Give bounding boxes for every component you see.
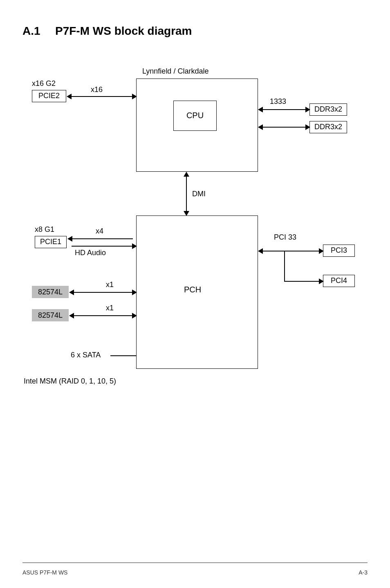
arrowhead-icon (69, 290, 74, 295)
pch-label: PCH (184, 285, 201, 294)
raid-note: Intel MSM (RAID 0, 1, 10, 5) (24, 377, 116, 386)
page-footer: ASUS P7F-M WS A-3 (22, 569, 368, 576)
arrowhead-icon (258, 107, 263, 112)
pcie2-box: PCIE2 (32, 90, 66, 102)
nic-b-link-label: x1 (106, 304, 114, 312)
arrowhead-icon (258, 248, 263, 254)
arrowhead-icon (132, 243, 137, 249)
pcie1-arrow-bot (72, 246, 133, 247)
arrowhead-icon (132, 313, 137, 319)
sata-line (110, 355, 136, 356)
arrowhead-icon (132, 290, 137, 295)
pcie1-lanes-label: x8 G1 (35, 225, 54, 234)
pci4-box: PCI4 (323, 275, 355, 287)
pci-main-arrow (261, 251, 320, 251)
pcie1-box: PCIE1 (35, 236, 67, 248)
ddr-a-arrow (261, 109, 306, 110)
footer-divider (22, 562, 368, 563)
pcie2-lanes-label: x16 G2 (32, 79, 56, 88)
pcie2-arrow (71, 96, 133, 97)
cpu-label: CPU (173, 101, 217, 131)
cpu-family-label: Lynnfield / Clarkdale (142, 67, 208, 76)
block-diagram: Lynnfield / Clarkdale CPU x16 G2 PCIE2 x… (22, 54, 368, 410)
pci3-box: PCI3 (323, 245, 355, 257)
nic-b-box: 82574L (32, 309, 69, 321)
ddr-b-box: DDR3x2 (309, 121, 347, 133)
section-number: A.1 (22, 25, 55, 38)
pci-branch-line (284, 251, 285, 281)
arrowhead-icon (184, 172, 189, 177)
footer-right: A-3 (359, 569, 368, 576)
arrowhead-icon (319, 278, 324, 284)
arrowhead-icon (67, 236, 72, 242)
section-heading: P7F-M WS block diagram (55, 25, 192, 37)
arrowhead-icon (258, 124, 263, 130)
dmi-label: DMI (192, 190, 206, 198)
arrowhead-icon (132, 94, 137, 99)
pci4-arrow (284, 281, 320, 282)
ddr-speed-label: 1333 (270, 97, 286, 106)
arrowhead-icon (305, 124, 310, 130)
arrowhead-icon (67, 94, 72, 99)
pcie1-arrow-top (72, 238, 133, 239)
arrowhead-icon (305, 107, 310, 112)
ddr-b-arrow (261, 127, 306, 128)
hdaudio-label: HD Audio (75, 249, 106, 257)
nic-a-box: 82574L (32, 286, 69, 298)
ddr-a-box: DDR3x2 (309, 103, 347, 116)
nic-b-arrow (73, 315, 133, 316)
pci-bus-label: PCI 33 (274, 233, 296, 242)
page-title: A.1P7F-M WS block diagram (22, 25, 368, 38)
sata-label: 6 x SATA (71, 351, 101, 359)
arrowhead-icon (69, 313, 74, 319)
dmi-arrow (186, 175, 187, 213)
nic-a-arrow (73, 292, 133, 293)
pcie1-link-label: x4 (96, 227, 103, 236)
pcie2-link-label: x16 (91, 85, 103, 94)
nic-a-link-label: x1 (106, 281, 114, 289)
arrowhead-icon (319, 248, 324, 254)
footer-left: ASUS P7F-M WS (22, 569, 67, 576)
